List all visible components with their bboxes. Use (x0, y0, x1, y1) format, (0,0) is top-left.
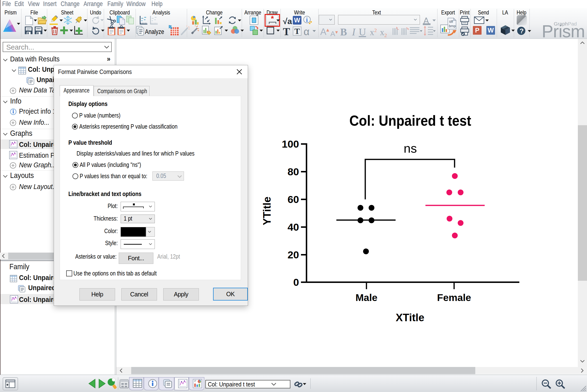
svg-text:80: 80 (288, 166, 299, 178)
svg-text:YTitle: YTitle (261, 196, 273, 225)
svg-text:40: 40 (288, 221, 299, 233)
svg-text:ns: ns (404, 141, 417, 155)
svg-text:i: i (306, 16, 308, 23)
svg-text:?: ? (520, 27, 524, 35)
svg-text:Male: Male (356, 292, 377, 303)
svg-text:20: 20 (288, 249, 299, 260)
svg-text:bmp: bmp (449, 24, 456, 28)
svg-text:60: 60 (288, 194, 299, 205)
svg-text:0: 0 (293, 276, 299, 288)
svg-text:tiff: tiff (449, 20, 453, 24)
svg-text:Female: Female (437, 292, 471, 303)
svg-text:Col: Unpaired t test: Col: Unpaired t test (349, 112, 471, 129)
svg-text:100: 100 (282, 138, 299, 150)
svg-text:*: * (271, 16, 274, 23)
svg-text:XTitle: XTitle (396, 312, 424, 324)
